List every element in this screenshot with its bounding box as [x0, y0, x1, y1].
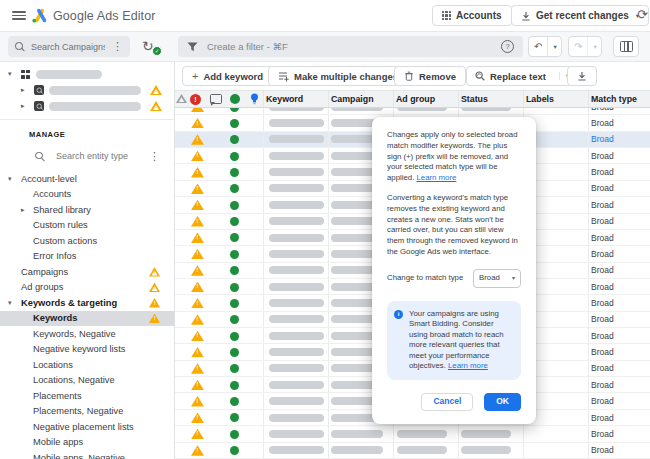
sidebar-item-locations-negative[interactable]: Locations, Negative: [0, 373, 174, 389]
search-icon: [15, 42, 24, 51]
caret-down-icon[interactable]: ▾: [8, 70, 21, 78]
status-column-icon[interactable]: [230, 94, 240, 104]
sidebar-item-placements[interactable]: Placements: [0, 388, 174, 404]
adgroup-cell: [393, 443, 458, 458]
match-type-value: Broad: [591, 265, 614, 275]
redacted-text-bar: [269, 152, 324, 160]
column-header-status[interactable]: Status: [458, 91, 523, 107]
info-learn-more-link[interactable]: Learn more: [448, 361, 488, 370]
keyword-cell: [263, 410, 328, 425]
get-recent-changes-button[interactable]: Get recent changes ▾: [511, 5, 649, 26]
account-tree-child[interactable]: ▸ !: [0, 82, 174, 98]
caret-down-icon[interactable]: ▾: [8, 299, 21, 307]
keyword-cell: [263, 164, 328, 179]
menu-icon[interactable]: [12, 11, 26, 20]
replace-text-icon: [475, 71, 485, 81]
cancel-button[interactable]: Cancel: [421, 393, 473, 411]
comment-column-icon[interactable]: [210, 94, 222, 104]
keyword-cell: [263, 214, 328, 229]
sidebar-item-custom-rules[interactable]: Custom rules: [0, 218, 174, 234]
column-header-keyword[interactable]: Keyword: [263, 91, 328, 107]
search-placeholder: Search Campaigns or...: [31, 42, 105, 52]
column-header-labels[interactable]: Labels: [523, 91, 588, 107]
undo-history-caret-icon[interactable]: ▾: [547, 37, 561, 56]
make-multiple-changes-button[interactable]: Make multiple changes: [268, 66, 408, 86]
warning-column-icon[interactable]: [176, 94, 187, 103]
row-status-icons: !: [175, 295, 263, 310]
help-icon[interactable]: ?: [501, 40, 514, 53]
sidebar-item-label: Placements: [33, 391, 82, 401]
sidebar-item-mobile-apps[interactable]: Mobile apps: [0, 435, 174, 451]
columns-icon: [620, 41, 633, 52]
sidebar-item-label: Negative placement lists: [33, 422, 134, 432]
sidebar-item-keywords[interactable]: Keywords!: [0, 311, 174, 327]
redacted-text-bar: [269, 217, 324, 225]
keyword-cell: [263, 312, 328, 327]
match-type-value: Broad: [591, 298, 614, 308]
undo-icon[interactable]: ↶: [529, 37, 547, 56]
accounts-button[interactable]: Accounts: [432, 5, 512, 26]
sidebar-item-shared-library[interactable]: ▸Shared library: [0, 202, 174, 218]
match-type-select[interactable]: Broad ▾: [473, 269, 521, 288]
enabled-status-icon: [230, 348, 239, 357]
account-tree-root[interactable]: ▾: [0, 66, 174, 82]
undo-button[interactable]: ↶ ▾: [528, 36, 562, 57]
caret-right-icon[interactable]: ▸: [21, 102, 34, 110]
warning-icon: !: [191, 183, 204, 194]
table-row[interactable]: !Broad: [175, 443, 650, 459]
search-options-kebab-icon[interactable]: ⋮: [112, 41, 123, 52]
entity-type-search-input[interactable]: Search entity type ⋮: [35, 148, 160, 164]
sidebar-item-negative-keyword-lists[interactable]: Negative keyword lists: [0, 342, 174, 358]
sidebar-item-negative-placement-lists[interactable]: Negative placement lists: [0, 419, 174, 435]
warning-icon: !: [149, 298, 160, 308]
sidebar-item-label: Custom rules: [33, 220, 88, 230]
campaign-search-icon: [34, 85, 44, 95]
sidebar-item-ad-groups[interactable]: Ad groups!: [0, 280, 174, 296]
sidebar-item-account-level[interactable]: ▾Account-level: [0, 171, 174, 187]
add-keyword-button[interactable]: + Add keyword: [182, 66, 273, 86]
learn-more-link[interactable]: Learn more: [416, 173, 456, 182]
remove-button[interactable]: Remove: [394, 66, 466, 86]
sidebar-item-accounts[interactable]: Accounts: [0, 187, 174, 203]
caret-right-icon[interactable]: ▸: [21, 206, 33, 214]
search-campaigns-input[interactable]: Search Campaigns or... ⋮: [8, 36, 130, 57]
caret-right-icon[interactable]: ▸: [21, 86, 34, 94]
row-status-icons: !: [175, 246, 263, 261]
account-tree-child[interactable]: ▸ !: [0, 98, 174, 114]
redacted-text-bar: [331, 430, 383, 438]
warning-icon: !: [191, 380, 204, 391]
match-type-value: Broad: [591, 216, 614, 226]
replace-text-button[interactable]: Replace text ▾: [466, 66, 576, 86]
sidebar-item-locations[interactable]: Locations: [0, 357, 174, 373]
google-ads-editor-window: Google Ads Editor Accounts Get recent ch…: [0, 0, 650, 459]
sidebar-item-mobile-apps-negative[interactable]: Mobile apps, Negative: [0, 450, 174, 459]
sidebar-item-keywords-negative[interactable]: Keywords, Negative: [0, 326, 174, 342]
match-type-value: Broad: [591, 380, 614, 390]
redacted-text-bar: [269, 266, 324, 274]
column-header-campaign[interactable]: Campaign: [328, 91, 393, 107]
manage-columns-button[interactable]: [613, 36, 639, 57]
refresh-icon[interactable]: ⟳: [637, 7, 648, 22]
column-header-ad-group[interactable]: Ad group: [393, 91, 458, 107]
error-column-icon[interactable]: !: [190, 94, 201, 105]
sidebar-item-placements-negative[interactable]: Placements, Negative: [0, 404, 174, 420]
dialog-paragraph: Converting a keyword's match type remove…: [387, 193, 521, 258]
entity-search-kebab-icon[interactable]: ⋮: [149, 151, 160, 162]
table-row[interactable]: !Broad: [175, 426, 650, 442]
replace-text-label: Replace text: [490, 71, 546, 82]
sync-status-icon[interactable]: ↻ ✓: [142, 37, 160, 55]
sidebar-item-keywords-targeting[interactable]: ▾Keywords & targeting!: [0, 295, 174, 311]
export-button[interactable]: [567, 66, 597, 86]
row-status-icons: !: [175, 115, 263, 130]
sidebar-item-campaigns[interactable]: Campaigns!: [0, 264, 174, 280]
warning-icon: !: [191, 331, 204, 342]
ok-button[interactable]: OK: [484, 393, 521, 411]
create-filter-input[interactable]: Create a filter - ⌘F ?: [178, 36, 523, 57]
sidebar-item-custom-actions[interactable]: Custom actions: [0, 233, 174, 249]
sidebar-item-error-infos[interactable]: Error Infos: [0, 249, 174, 265]
redacted-text-bar: [269, 430, 324, 438]
idea-column-icon[interactable]: [250, 93, 259, 105]
match-type-value: Broad: [591, 183, 614, 193]
caret-down-icon[interactable]: ▾: [8, 175, 21, 183]
column-header-match-type[interactable]: Match type: [588, 91, 650, 107]
